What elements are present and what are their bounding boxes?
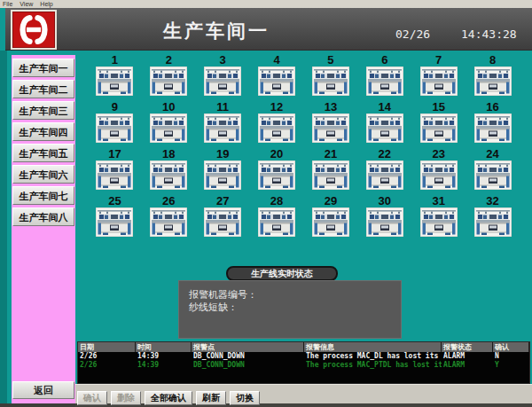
machine-number: 17 <box>108 147 121 160</box>
machine-cell-10[interactable]: 10 <box>142 100 196 147</box>
logo-h-icon <box>12 12 55 48</box>
machine-number: 8 <box>489 53 496 67</box>
machine-cell-15[interactable]: 15 <box>411 100 466 147</box>
menu-file[interactable]: File <box>3 1 12 7</box>
knitting-machine-icon <box>150 160 187 190</box>
machine-number: 1 <box>112 53 118 67</box>
machine-cell-1[interactable]: 1 <box>88 53 142 100</box>
machine-number: 6 <box>381 53 387 67</box>
alarm-column-header: 时间 <box>136 342 192 352</box>
alarm-table: 日期时间报警点报警信息报警状态确认 2/2614:39DB_CONN_DOWNT… <box>77 341 530 384</box>
sidebar-item-workshop-6[interactable]: 生产车间六 <box>12 165 74 184</box>
machine-cell-6[interactable]: 6 <box>357 53 411 100</box>
knitting-machine-icon <box>366 160 403 190</box>
alarm-toolbar: 确认删除全部确认刷新切换 <box>75 384 532 407</box>
alarm-cell: DB_CONN_DOWN <box>192 361 304 370</box>
machine-cell-17[interactable]: 17 <box>88 147 142 194</box>
machine-cell-11[interactable]: 11 <box>196 100 250 147</box>
machine-cell-7[interactable]: 7 <box>411 53 466 100</box>
knitting-machine-icon <box>258 207 295 237</box>
toolbar-button-删除: 删除 <box>111 391 141 405</box>
machine-number: 31 <box>432 194 444 207</box>
machine-number: 30 <box>379 194 391 207</box>
knitting-machine-icon <box>204 67 241 96</box>
machine-cell-26[interactable]: 26 <box>142 194 196 241</box>
alarm-cell: Y <box>493 361 529 370</box>
sidebar: 生产车间一生产车间二生产车间三生产车间四生产车间五生产车间六生产车间七生产车间八… <box>12 55 75 403</box>
machine-number: 4 <box>273 53 279 67</box>
header-time: 14:43:28 <box>461 27 517 41</box>
machine-cell-3[interactable]: 3 <box>196 53 250 100</box>
sidebar-item-workshop-3[interactable]: 生产车间三 <box>12 101 74 120</box>
toolbar-button-刷新[interactable]: 刷新 <box>196 391 226 405</box>
knitting-machine-icon <box>474 67 512 96</box>
sidebar-item-workshop-8[interactable]: 生产车间八 <box>12 207 74 226</box>
knitting-machine-icon <box>96 113 133 143</box>
knitting-machine-icon <box>204 113 241 143</box>
machine-number: 11 <box>216 100 229 113</box>
machine-cell-8[interactable]: 8 <box>466 53 520 100</box>
machine-number: 19 <box>216 147 229 160</box>
machine-cell-28[interactable]: 28 <box>250 194 304 241</box>
alarm-cell: The process MAC_DL has lost its d .. <box>304 352 442 361</box>
machine-cell-13[interactable]: 13 <box>304 100 358 147</box>
back-button[interactable]: 返回 <box>12 381 74 399</box>
machine-number: 10 <box>162 100 175 113</box>
knitting-machine-icon <box>474 207 512 237</box>
machine-cell-18[interactable]: 18 <box>142 147 196 194</box>
header-bar: 生产车间一 02/26 14:43:28 <box>5 8 532 51</box>
menu-help[interactable]: Help <box>40 1 52 7</box>
alarm-table-header: 日期时间报警点报警信息报警状态确认 <box>78 342 529 352</box>
machine-number: 21 <box>325 147 337 160</box>
machine-cell-2[interactable]: 2 <box>142 53 196 100</box>
left-edge-strip <box>0 51 7 407</box>
knitting-machine-icon <box>96 160 133 190</box>
machine-cell-16[interactable]: 16 <box>466 100 520 147</box>
machine-cell-12[interactable]: 12 <box>250 100 304 147</box>
knitting-machine-icon <box>366 207 403 237</box>
machine-cell-27[interactable]: 27 <box>196 194 250 241</box>
machine-cell-9[interactable]: 9 <box>88 100 142 147</box>
machine-cell-29[interactable]: 29 <box>304 194 358 241</box>
toolbar-button-切换[interactable]: 切换 <box>230 391 260 405</box>
machine-number: 28 <box>270 194 283 207</box>
machine-cell-25[interactable]: 25 <box>88 194 142 241</box>
machine-cell-24[interactable]: 24 <box>466 147 520 194</box>
header-date: 02/26 <box>395 27 430 41</box>
sidebar-item-workshop-5[interactable]: 生产车间五 <box>12 144 74 162</box>
machine-grid: 1 2 <box>88 53 520 243</box>
alarm-cell: 14:39 <box>136 352 192 361</box>
sidebar-item-workshop-4[interactable]: 生产车间四 <box>12 122 74 141</box>
knitting-machine-icon <box>258 160 295 190</box>
machine-cell-21[interactable]: 21 <box>304 147 358 194</box>
machine-number: 27 <box>216 194 229 207</box>
machine-cell-20[interactable]: 20 <box>250 147 304 194</box>
machine-number: 12 <box>270 100 283 113</box>
knitting-machine-icon <box>420 67 458 96</box>
machine-number: 20 <box>270 147 283 160</box>
sidebar-item-workshop-7[interactable]: 生产车间七 <box>12 186 74 205</box>
machine-number: 22 <box>379 147 391 160</box>
sidebar-item-workshop-2[interactable]: 生产车间二 <box>12 80 74 98</box>
machine-cell-31[interactable]: 31 <box>411 194 466 241</box>
sidebar-item-workshop-1[interactable]: 生产车间一 <box>12 59 74 77</box>
machine-cell-23[interactable]: 23 <box>411 147 466 194</box>
toolbar-button-全部确认[interactable]: 全部确认 <box>145 391 192 405</box>
machine-cell-14[interactable]: 14 <box>357 100 411 147</box>
menu-view[interactable]: View <box>20 1 33 7</box>
knitting-machine-icon <box>312 207 349 237</box>
alarm-row[interactable]: 2/2614:39DB_CONN_DOWNThe process MAC_DL … <box>78 352 529 361</box>
alarm-column-header: 报警点 <box>192 342 304 352</box>
toolbar-button-确认: 确认 <box>77 391 107 405</box>
machine-cell-32[interactable]: 32 <box>466 194 520 241</box>
machine-number: 16 <box>486 100 498 113</box>
alarm-row[interactable]: 2/2614:39DB_CONN_DOWNThe process MAC_PTD… <box>78 361 529 370</box>
alarm-cell: ALARM <box>442 352 493 361</box>
knitting-machine-icon <box>312 160 349 190</box>
machine-cell-19[interactable]: 19 <box>196 147 250 194</box>
machine-cell-5[interactable]: 5 <box>304 53 358 100</box>
machine-cell-30[interactable]: 30 <box>357 194 411 241</box>
machine-cell-22[interactable]: 22 <box>357 147 411 194</box>
machine-cell-4[interactable]: 4 <box>250 53 304 100</box>
company-logo <box>11 10 57 50</box>
